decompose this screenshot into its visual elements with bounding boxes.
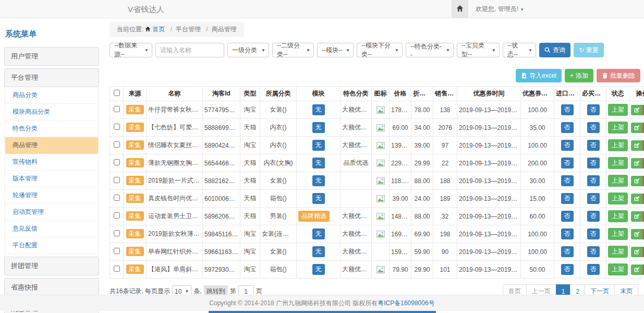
discount-price: 88.00 xyxy=(411,172,433,190)
sidebar-item[interactable]: 宣传物料 xyxy=(5,154,99,171)
filter-select[interactable]: --模块下分类-- ▼ xyxy=(357,43,403,57)
sidebar-item[interactable]: 拼团管理 xyxy=(4,257,99,275)
edit-button[interactable] xyxy=(631,105,642,115)
sidebar-item[interactable]: 商品分类 xyxy=(5,87,99,104)
edit-button[interactable] xyxy=(631,194,642,204)
edit-button[interactable] xyxy=(631,211,642,222)
sales-count: 97 xyxy=(433,137,457,154)
sidebar-item[interactable]: 平台配置 xyxy=(5,237,99,254)
must-buy-toggle[interactable]: 否 xyxy=(587,193,600,204)
sidebar-item[interactable]: 启动页管理 xyxy=(5,204,99,221)
edit-button[interactable] xyxy=(631,123,642,133)
must-buy-toggle[interactable]: 否 xyxy=(587,246,600,257)
must-buy-toggle[interactable]: 否 xyxy=(587,158,600,168)
import-select-toggle[interactable]: 否 xyxy=(561,140,574,151)
sidebar-item[interactable]: 省惠快报 xyxy=(4,278,99,297)
row-checkbox[interactable] xyxy=(114,177,120,183)
edit-button[interactable] xyxy=(631,158,642,168)
module-badge[interactable]: 无 xyxy=(312,104,325,115)
filter-select-source[interactable]: --数据来源-- ▼ xyxy=(110,43,152,57)
sidebar-item[interactable]: 意见反馈 xyxy=(5,221,99,237)
row-checkbox[interactable] xyxy=(114,124,120,130)
home-button[interactable] xyxy=(452,0,468,18)
select-all-checkbox[interactable] xyxy=(114,90,120,96)
status-button[interactable]: 上架 xyxy=(608,104,628,116)
reset-button[interactable]: ↻ 重置 xyxy=(574,43,604,57)
sidebar-item[interactable]: 版本管理 xyxy=(5,171,99,187)
status-button[interactable]: 上架 xyxy=(608,192,628,204)
must-buy-toggle[interactable]: 否 xyxy=(587,228,600,239)
filter-select[interactable]: --宝贝类型-- ▼ xyxy=(457,43,500,57)
sidebar-item[interactable]: 用户管理 xyxy=(4,47,99,66)
filter-select[interactable]: --模块-- ▼ xyxy=(317,43,354,57)
must-buy-toggle[interactable]: 否 xyxy=(587,175,600,186)
add-button[interactable]: + 添加 xyxy=(565,69,593,82)
import-select-toggle[interactable]: 否 xyxy=(561,104,574,115)
user-menu[interactable]: 欢迎您, 管理员! ▾ xyxy=(468,0,524,18)
module-badge[interactable]: 无 xyxy=(312,158,325,168)
icp-link[interactable]: 粤ICP备16098006号 xyxy=(378,299,434,308)
status-button[interactable]: 上架 xyxy=(608,122,628,134)
edit-button[interactable] xyxy=(631,264,642,275)
breadcrumb-home-link[interactable]: 首页 xyxy=(152,26,165,33)
status-button[interactable]: 上架 xyxy=(608,157,628,169)
status-button[interactable]: 上架 xyxy=(608,175,628,187)
module-badge[interactable]: 品牌精选 xyxy=(298,211,330,222)
discount-price: 78.00 xyxy=(411,101,433,119)
module-badge[interactable]: 无 xyxy=(312,175,325,186)
edit-button[interactable] xyxy=(631,247,642,257)
name-search-input[interactable] xyxy=(155,43,224,57)
edit-button[interactable] xyxy=(631,176,642,186)
sales-count: 188 xyxy=(433,172,457,190)
sidebar-item[interactable]: 模块商品分类 xyxy=(5,104,99,121)
import-select-toggle[interactable]: 否 xyxy=(561,158,574,168)
coupon-time: 2019-09-13—2019-09-18 xyxy=(457,261,521,279)
row-checkbox[interactable] xyxy=(114,106,120,112)
import-select-toggle[interactable]: 否 xyxy=(561,193,574,204)
row-checkbox[interactable] xyxy=(114,195,120,201)
must-buy-toggle[interactable]: 否 xyxy=(587,104,600,115)
filter-select[interactable]: --状态-- ▼ xyxy=(503,43,536,57)
must-buy-toggle[interactable]: 否 xyxy=(587,264,600,275)
module-badge[interactable]: 无 xyxy=(312,246,325,257)
feature-category xyxy=(341,172,372,190)
row-checkbox[interactable] xyxy=(114,141,120,148)
import-select-toggle[interactable]: 否 xyxy=(561,228,574,239)
row-checkbox[interactable] xyxy=(114,266,120,272)
module-badge[interactable]: 无 xyxy=(312,193,325,204)
must-buy-toggle[interactable]: 否 xyxy=(587,140,600,151)
import-select-toggle[interactable]: 否 xyxy=(561,122,574,133)
sidebar-item[interactable]: 商品管理 xyxy=(5,137,99,154)
status-button[interactable]: 上架 xyxy=(608,228,628,240)
import-select-toggle[interactable]: 否 xyxy=(561,264,574,275)
module-badge[interactable]: 无 xyxy=(312,228,325,239)
edit-button[interactable] xyxy=(631,140,642,151)
status-button[interactable]: 上架 xyxy=(608,210,628,222)
sidebar-item[interactable]: 平台管理 xyxy=(4,68,99,87)
import-select-toggle[interactable]: 否 xyxy=(561,246,574,257)
must-buy-toggle[interactable]: 否 xyxy=(587,122,600,133)
row-checkbox[interactable] xyxy=(114,230,120,236)
module-badge[interactable]: 无 xyxy=(312,122,325,133)
sidebar-item[interactable]: 轮播管理 xyxy=(5,187,99,204)
batch-delete-button[interactable]: 批量删除 xyxy=(597,69,640,82)
import-select-toggle[interactable]: 否 xyxy=(561,211,574,222)
import-select-toggle[interactable]: 否 xyxy=(561,175,574,186)
module-badge[interactable]: 无 xyxy=(312,140,325,151)
sidebar-item[interactable]: 特色分类 xyxy=(5,121,99,137)
filter-select[interactable]: --二级分类-- ▼ xyxy=(272,43,314,57)
row-checkbox[interactable] xyxy=(114,248,120,254)
filter-select[interactable]: --特色分类-- ▼ xyxy=(406,43,454,57)
taoke-id: 589042420344 xyxy=(203,137,240,154)
status-button[interactable]: 上架 xyxy=(608,246,628,258)
module-badge[interactable]: 无 xyxy=(312,264,325,275)
row-checkbox[interactable] xyxy=(114,212,120,219)
query-button[interactable]: 查询 xyxy=(539,43,570,57)
row-checkbox[interactable] xyxy=(114,159,120,165)
import-excel-button[interactable]: 导入excel xyxy=(516,69,562,82)
must-buy-toggle[interactable]: 否 xyxy=(587,211,600,222)
edit-button[interactable] xyxy=(631,229,642,239)
status-button[interactable]: 上架 xyxy=(608,263,628,275)
status-button[interactable]: 上架 xyxy=(608,139,628,151)
filter-select[interactable]: 一级分类 ▼ xyxy=(227,43,269,57)
